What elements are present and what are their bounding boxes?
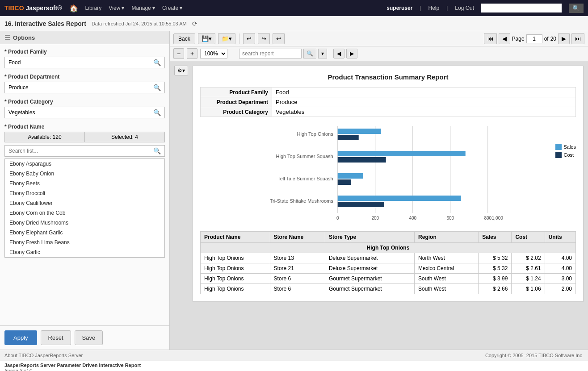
table-row: High Top Onions Store 13 Deluxe Supermar… [201,253,576,263]
table-header-cell: Units [545,232,575,243]
cell-sales: $ 5.32 [479,253,512,263]
list-item[interactable]: Ebony Asparagus [5,159,164,169]
back-button[interactable]: Back [173,33,195,44]
svg-rect-10 [338,135,359,140]
svg-text:0: 0 [336,216,339,221]
table-group-row: High Top Onions [201,243,576,253]
list-item[interactable]: Ebony Garlic [5,247,164,257]
legend-cost-color [555,152,562,158]
refresh-icon[interactable]: ⟳ [192,20,197,27]
data-table: Product NameStore NameStore TypeRegionSa… [200,231,576,294]
redo-button[interactable]: ↪ [258,33,270,44]
available-tab[interactable]: Available: 120 [5,132,85,142]
product-category-input[interactable] [8,109,151,116]
product-department-group: * Product Department 🔍 [4,74,165,93]
cell-store-type: Gourmet Supermarket [325,284,414,294]
apply-button[interactable]: Apply [4,330,37,345]
page-next-button[interactable]: ▶ [558,33,570,44]
cell-units: 2.00 [545,284,575,294]
search-prev-button[interactable]: ◀ [333,49,344,58]
cell-region: South West [415,274,479,284]
library-link[interactable]: Library [85,5,102,11]
options-icon: ☰ [4,34,10,41]
list-item[interactable]: Ebony Dried Mushrooms [5,218,164,228]
svg-rect-9 [338,129,381,134]
zoom-plus-button[interactable]: + [187,48,197,59]
cell-cost: $ 1.06 [512,284,545,294]
product-family-search-icon[interactable]: 🔍 [153,59,161,66]
list-item[interactable]: Ebony Cauliflower [5,198,164,208]
svg-text:High Top Onions: High Top Onions [297,131,334,137]
footer-left[interactable]: About TIBCO JasperReports Server [4,353,83,358]
product-department-input[interactable] [8,84,151,91]
search-report-options[interactable]: ▾ [318,49,327,58]
svg-text:600: 600 [446,216,454,221]
list-search-icon[interactable]: 🔍 [153,147,161,154]
search-report-button[interactable]: 🔍 [303,49,316,58]
cell-store-type: Deluxe Supermarket [325,263,414,274]
report-summary-title: Product Transaction Summary Report [200,73,576,81]
search-next-button[interactable]: ▶ [346,49,357,58]
svg-text:200: 200 [371,216,379,221]
export-icon-button[interactable]: 📁▾ [218,33,235,44]
list-item[interactable]: Ebony Fresh Lima Beans [5,238,164,247]
save-icon-button[interactable]: 💾▾ [198,33,215,44]
cell-region: North West [415,253,479,263]
zoom-select[interactable]: 100% 75% 125% 150% [200,49,227,58]
search-report-wrap: 🔍 ▾ [239,49,327,58]
cell-store-type: Gourmet Supermarket [325,274,414,284]
cell-product: High Top Onions [201,253,270,263]
reset-button[interactable]: Reset [41,330,71,345]
page-number-input[interactable] [526,34,542,43]
list-item[interactable]: Ebony Corn on the Cob [5,208,164,218]
cell-units: 3.00 [545,274,575,284]
gear-button[interactable]: ⚙▾ [174,66,188,75]
list-item[interactable]: Ebony Elephant Garlic [5,228,164,238]
back2-button[interactable]: ↩ [273,33,285,44]
help-link[interactable]: Help [428,5,439,11]
logout-link[interactable]: Log Out [455,5,474,11]
legend-cost: Cost [555,152,576,158]
summary-value: Produce [272,97,576,107]
product-category-search-icon[interactable]: 🔍 [153,109,161,116]
gear-float: ⚙▾ [174,66,188,75]
product-name-list: Ebony AsparagusEbony Baby OnionEbony Bee… [4,158,165,258]
app-footer: About TIBCO JasperReports Server Copyrig… [0,350,588,360]
table-row: High Top Onions Store 6 Gourmet Supermar… [201,274,576,284]
search-report-input[interactable] [239,49,302,58]
cell-product: High Top Onions [201,263,270,274]
product-category-group: * Product Category 🔍 [4,99,165,118]
product-department-search-icon[interactable]: 🔍 [153,84,161,91]
undo-button[interactable]: ↩ [243,33,255,44]
table-header-cell: Cost [512,232,545,243]
legend-sales-color [555,144,562,150]
save-button[interactable]: Save [75,330,103,345]
list-item[interactable]: Ebony Broccoli [5,188,164,198]
global-search-input[interactable] [481,4,562,13]
cell-region: South West [415,284,479,294]
selected-tab[interactable]: Selected: 4 [85,132,164,142]
create-menu[interactable]: Create ▾ [162,5,182,11]
list-item[interactable]: Ebony Baby Onion [5,169,164,179]
page-prev-button[interactable]: ◀ [499,33,510,44]
view-menu[interactable]: View ▾ [109,5,124,11]
legend-cost-label: Cost [563,152,574,158]
zoom-bar: − + 100% 75% 125% 150% 🔍 ▾ ◀ ▶ [170,46,588,61]
manage-menu[interactable]: Manage ▾ [131,5,155,11]
product-name-label: * Product Name [4,124,165,130]
app-logo: TIBCO Jaspersoft® [4,4,62,12]
table-header-cell: Store Type [325,232,414,243]
svg-text:Tri-State Shitake Mushrooms: Tri-State Shitake Mushrooms [270,198,334,204]
product-family-input[interactable] [8,59,151,66]
chart-legend: Sales Cost [555,144,576,158]
list-search-input[interactable] [8,148,153,154]
report-area: ⚙▾ Product Transaction Summary Report Pr… [170,61,588,350]
list-item[interactable]: Ebony Beets [5,179,164,188]
page-first-button[interactable]: ⏮ [484,33,497,44]
main-layout: ☰ Options * Product Family 🔍 * Product D… [0,31,588,350]
global-search-button[interactable]: 🔍 [569,4,584,13]
product-category-input-wrap: 🔍 [4,107,165,118]
home-icon[interactable]: 🏠 [69,4,78,13]
page-last-button[interactable]: ⏭ [571,33,584,44]
zoom-minus-button[interactable]: − [173,48,184,59]
